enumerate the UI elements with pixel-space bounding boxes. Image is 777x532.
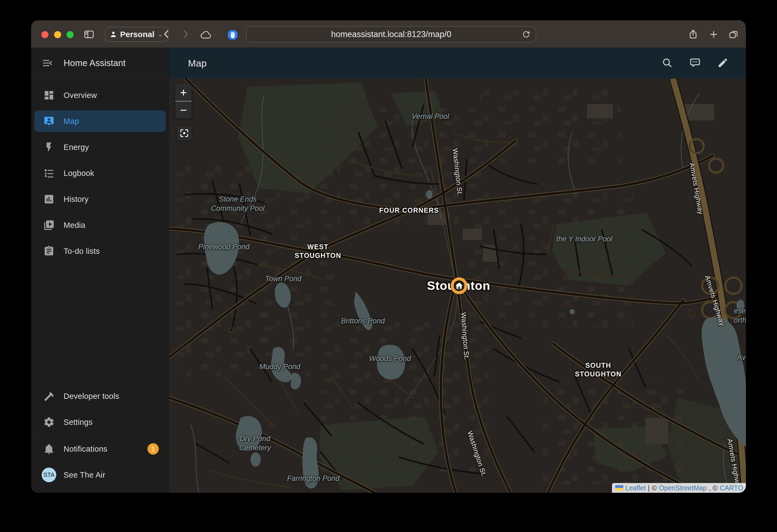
sidebar-item-media[interactable]: Media xyxy=(34,214,166,236)
content-blocker-extension-icon[interactable] xyxy=(227,29,238,40)
sidebar-bottom: Developer toolsSettings Notifications 1 xyxy=(31,385,169,493)
window-content: Home Assistant OverviewMapEnergyLogbookH… xyxy=(31,48,746,493)
chart-box-icon xyxy=(34,194,64,205)
avatar: STA xyxy=(42,467,56,482)
sidebar-item-label: To-do lists xyxy=(64,247,100,256)
profile-label: Personal xyxy=(120,30,154,39)
tab-overview-icon[interactable] xyxy=(728,29,739,39)
browser-sidebar-toggle-icon[interactable] xyxy=(83,29,95,40)
sidebar-item-label: History xyxy=(64,195,89,204)
url-bar[interactable]: homeassistant.local:8123/map/0 xyxy=(246,26,536,42)
sidebar-item-label: Map xyxy=(64,117,79,126)
sidebar-item-label: Energy xyxy=(64,143,89,152)
minimize-window-button[interactable] xyxy=(54,31,61,38)
sidebar-item-map[interactable]: Map xyxy=(34,110,166,132)
search-icon[interactable] xyxy=(661,57,673,70)
zoom-in-button[interactable]: + xyxy=(175,84,192,101)
ukraine-flag-icon xyxy=(615,485,623,491)
sidebar-item-label: Overview xyxy=(64,91,97,100)
carto-link[interactable]: CARTO xyxy=(719,484,743,492)
sidebar-item-label: Settings xyxy=(64,418,93,427)
map-zoom-control: + − xyxy=(175,84,192,118)
home-zone-marker[interactable] xyxy=(451,277,467,294)
edit-dashboard-icon[interactable] xyxy=(717,57,729,70)
sidebar-item-settings[interactable]: Settings xyxy=(34,411,166,433)
url-text: homeassistant.local:8123/map/0 xyxy=(331,29,452,39)
sidebar-item-user-profile[interactable]: STA See The Air xyxy=(34,464,166,486)
home-icon xyxy=(455,282,463,290)
sidebar-item-label: Logbook xyxy=(64,169,94,178)
ha-title: Home Assistant xyxy=(64,58,125,68)
user-name: See The Air xyxy=(64,470,105,480)
page-title: Map xyxy=(188,58,207,69)
ha-sidebar-header: Home Assistant xyxy=(31,48,169,79)
screenshot: Personal ⌄ xyxy=(0,0,777,532)
sidebar-nav: OverviewMapEnergyLogbookHistoryMediaTo-d… xyxy=(31,79,169,262)
sidebar-item-notifications[interactable]: Notifications 1 xyxy=(34,438,166,460)
sidebar-item-logbook[interactable]: Logbook xyxy=(34,163,166,184)
crosshair-icon xyxy=(179,128,189,138)
menu-open-icon xyxy=(42,58,53,69)
close-window-button[interactable] xyxy=(41,31,48,38)
notification-badge: 1 xyxy=(147,443,159,455)
sidebar-item-history[interactable]: History xyxy=(34,188,166,210)
sidebar-item-developer-tools[interactable]: Developer tools xyxy=(34,385,166,407)
osm-copyright: © xyxy=(652,484,657,492)
cog-icon xyxy=(34,416,64,428)
media-icon xyxy=(34,219,64,231)
share-icon[interactable] xyxy=(688,29,698,39)
hammer-icon xyxy=(34,391,64,402)
osm-link[interactable]: OpenStreetMap xyxy=(659,484,707,492)
view-header: Map xyxy=(169,48,746,79)
forward-button[interactable] xyxy=(181,29,191,39)
new-tab-icon[interactable] xyxy=(708,29,719,39)
clipboard-list-icon xyxy=(34,245,64,257)
sidebar-item-label: Developer tools xyxy=(64,392,119,401)
profile-button[interactable]: Personal ⌄ xyxy=(105,27,169,42)
map-account-icon xyxy=(34,116,64,127)
sidebar-item-overview[interactable]: Overview xyxy=(34,84,166,106)
ha-sidebar: Home Assistant OverviewMapEnergyLogbookH… xyxy=(31,48,169,493)
zoom-out-button[interactable]: − xyxy=(175,101,192,118)
flash-icon xyxy=(34,141,64,153)
map-attribution: Leaflet | © OpenStreetMap , © CARTO xyxy=(612,483,746,493)
person-icon xyxy=(109,30,117,38)
reload-icon[interactable] xyxy=(522,30,531,41)
dashboard-icon xyxy=(34,90,64,101)
sidebar-item-label: Media xyxy=(64,221,86,230)
browser-toolbar: Personal ⌄ xyxy=(31,20,746,48)
sidebar-item-to-do-lists[interactable]: To-do lists xyxy=(34,240,166,262)
back-button[interactable] xyxy=(161,29,171,39)
attribution-separator: | xyxy=(648,484,650,492)
bell-icon xyxy=(34,443,64,455)
map-view[interactable]: FOUR CORNERSWESTSTOUGHTONSOUTHSTOUGHTONS… xyxy=(169,79,746,493)
sidebar-item-energy[interactable]: Energy xyxy=(34,136,166,158)
sidebar-collapse-button[interactable] xyxy=(31,58,64,69)
main-pane: Map xyxy=(169,48,746,493)
sidebar-footer-nav: Developer toolsSettings xyxy=(31,385,169,433)
browser-window: Personal ⌄ xyxy=(31,20,746,493)
locate-me-button[interactable] xyxy=(177,125,192,141)
notifications-label: Notifications xyxy=(64,445,107,453)
zoom-window-button[interactable] xyxy=(67,31,74,38)
assist-icon[interactable] xyxy=(689,57,701,70)
leaflet-link[interactable]: Leaflet xyxy=(626,484,646,492)
icloud-tabs-icon[interactable] xyxy=(200,30,212,39)
logbook-icon xyxy=(34,168,64,179)
carto-copyright: , © xyxy=(709,484,717,492)
